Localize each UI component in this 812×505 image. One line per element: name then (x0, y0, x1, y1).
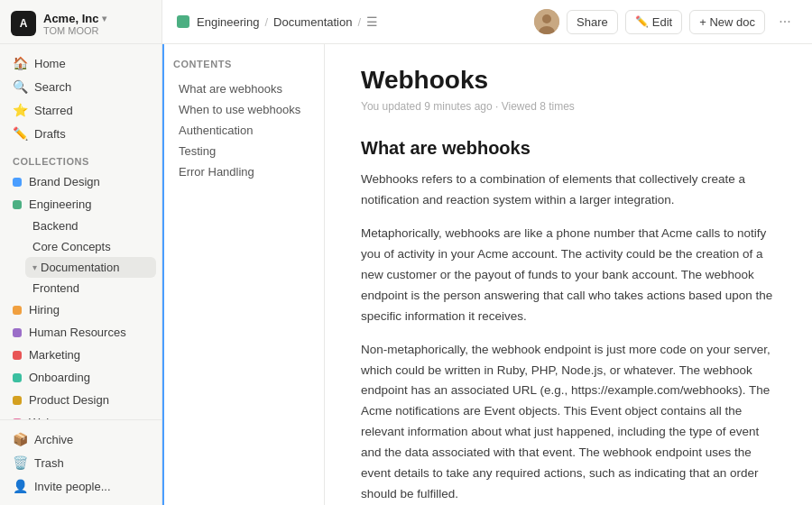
collection-indicator-icon (177, 15, 189, 28)
collection-label: Onboarding (29, 371, 90, 384)
home-icon: 🏠 (13, 56, 27, 70)
org-info: Acme, Inc ▾ TOM MOOR (43, 12, 151, 36)
collection-label: Brand Design (29, 175, 100, 188)
collection-label: Product Design (29, 393, 109, 407)
logo-letter: A (20, 17, 28, 30)
org-user: TOM MOOR (43, 25, 151, 36)
sidebar-item-invite[interactable]: 👤 Invite people... (5, 474, 156, 498)
sidebar-item-archive[interactable]: 📦 Archive (5, 427, 156, 451)
sidebar-item-label: Search (34, 80, 71, 94)
sidebar-collections: Brand Design Engineering Backend Core Co… (0, 170, 161, 419)
search-icon: 🔍 (13, 79, 27, 94)
topbar-actions: Share ✏️ Edit + New doc ··· (534, 9, 798, 34)
sidebar-item-label: Starred (34, 104, 73, 117)
collection-dot-icon (13, 373, 22, 382)
sidebar-item-onboarding[interactable]: Onboarding (5, 366, 156, 389)
doc-paragraph: Non-metaphorically, the webhook endpoint… (361, 340, 776, 505)
sidebar-footer: 📦 Archive 🗑️ Trash 👤 Invite people... (0, 419, 161, 505)
breadcrumb-documentation[interactable]: Documentation (273, 15, 352, 29)
edit-button[interactable]: ✏️ Edit (625, 10, 682, 34)
collection-dot-icon (13, 351, 22, 360)
doc-section-heading-1: What are webhooks (361, 138, 776, 159)
doc-paragraph: Metaphorically, webhooks are like a phon… (361, 224, 776, 327)
sidebar-item-backend[interactable]: Backend (25, 216, 156, 236)
sidebar-item-drafts[interactable]: ✏️ Drafts (5, 122, 156, 145)
sidebar-item-label: Archive (34, 433, 73, 446)
sidebar-item-documentation[interactable]: ▾ Documentation (25, 257, 156, 278)
collection-label: Marketing (29, 348, 80, 362)
collection-label: Human Resources (29, 326, 126, 339)
sidebar: A Acme, Inc ▾ TOM MOOR 🏠 Home 🔍 Search ⭐… (0, 0, 162, 505)
avatar (534, 9, 559, 34)
collection-dot-icon (13, 306, 22, 315)
sidebar-item-frontend[interactable]: Frontend (25, 278, 156, 298)
doc-title: Webhooks (361, 66, 776, 95)
sidebar-item-engineering[interactable]: Engineering (5, 193, 156, 216)
collection-dot-icon (13, 328, 22, 337)
org-name[interactable]: Acme, Inc ▾ (43, 12, 151, 25)
doc-paragraph: Webhooks refers to a combination of elem… (361, 170, 776, 211)
sidebar-item-trash[interactable]: 🗑️ Trash (5, 451, 156, 474)
toc-item-testing[interactable]: Testing (173, 141, 313, 161)
collection-label: Hiring (29, 303, 60, 317)
sidebar-item-label: Trash (34, 456, 64, 470)
star-icon: ⭐ (13, 103, 27, 117)
doc-content: Webhooks You updated 9 minutes ago · Vie… (325, 44, 812, 505)
content-area: Contents What are webhooks When to use w… (162, 44, 812, 505)
menu-icon[interactable]: ☰ (366, 14, 378, 29)
breadcrumb-sep: / (357, 15, 361, 29)
drafts-icon: ✏️ (13, 126, 27, 141)
invite-icon: 👤 (13, 479, 27, 493)
sidebar-item-hiring[interactable]: Hiring (5, 298, 156, 321)
sidebar-item-label: Backend (32, 219, 78, 233)
app-logo: A (11, 11, 36, 36)
collection-dot-icon (13, 396, 22, 405)
collection-dot-icon (13, 178, 22, 187)
breadcrumb: Engineering / Documentation / ☰ (197, 14, 527, 29)
sidebar-item-core-concepts[interactable]: Core Concepts (25, 236, 156, 257)
sidebar-nav: 🏠 Home 🔍 Search ⭐ Starred ✏️ Drafts (0, 44, 161, 149)
sidebar-item-brand-design[interactable]: Brand Design (5, 170, 156, 193)
sidebar-item-search[interactable]: 🔍 Search (5, 75, 156, 98)
archive-icon: 📦 (13, 432, 27, 446)
avatar-image (534, 9, 559, 34)
collection-label: Engineering (29, 197, 91, 211)
sidebar-item-label: Drafts (34, 127, 66, 141)
sidebar-header: A Acme, Inc ▾ TOM MOOR (0, 0, 161, 44)
chevron-right-icon: ▾ (32, 262, 37, 272)
sidebar-item-home[interactable]: 🏠 Home (5, 51, 156, 75)
collections-label: Collections (0, 149, 161, 170)
share-button[interactable]: Share (567, 10, 618, 34)
toc-item-what-are-webhooks[interactable]: What are webhooks (173, 78, 313, 99)
engineering-sub: Backend Core Concepts ▾ Documentation Fr… (5, 216, 156, 298)
edit-icon: ✏️ (635, 15, 649, 28)
toc: Contents What are webhooks When to use w… (162, 44, 325, 505)
main-area: Engineering / Documentation / ☰ Share ✏️… (162, 0, 812, 505)
breadcrumb-sep: / (264, 15, 268, 29)
toc-item-error-handling[interactable]: Error Handling (173, 161, 313, 182)
new-doc-button[interactable]: + New doc (689, 10, 765, 34)
sidebar-item-product-design[interactable]: Product Design (5, 389, 156, 411)
sidebar-item-label: Documentation (41, 261, 119, 274)
sidebar-item-starred[interactable]: ⭐ Starred (5, 98, 156, 122)
topbar: Engineering / Documentation / ☰ Share ✏️… (162, 0, 812, 44)
toc-item-authentication[interactable]: Authentication (173, 120, 313, 141)
toc-item-when-to-use[interactable]: When to use webhooks (173, 99, 313, 120)
more-options-button[interactable]: ··· (772, 9, 798, 34)
sidebar-item-label: Frontend (32, 281, 79, 295)
sidebar-item-label: Home (34, 57, 66, 70)
breadcrumb-engineering[interactable]: Engineering (197, 15, 259, 29)
svg-point-1 (542, 14, 551, 23)
sidebar-item-human-resources[interactable]: Human Resources (5, 321, 156, 344)
sidebar-item-label: Core Concepts (32, 240, 111, 253)
trash-icon: 🗑️ (13, 455, 27, 470)
toc-label: Contents (173, 59, 313, 69)
sidebar-item-marketing[interactable]: Marketing (5, 344, 156, 366)
doc-meta: You updated 9 minutes ago · Viewed 8 tim… (361, 100, 776, 113)
chevron-down-icon: ▾ (102, 14, 106, 23)
sidebar-item-label: Invite people... (34, 480, 111, 493)
sidebar-item-welcome[interactable]: Welcome (5, 411, 156, 419)
toc-active-line (162, 44, 164, 505)
collection-dot-icon (13, 200, 22, 209)
